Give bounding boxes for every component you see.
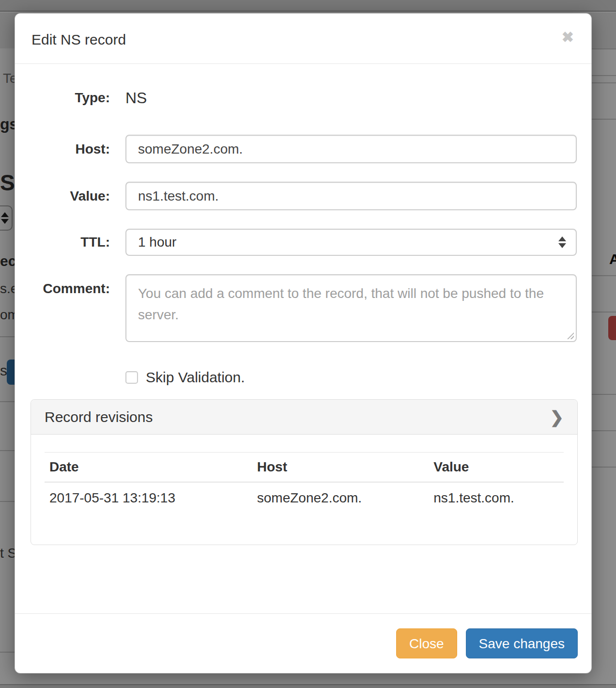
ttl-select[interactable]: 1 hour xyxy=(125,229,577,256)
save-changes-button[interactable]: Save changes xyxy=(466,628,578,658)
select-arrows-icon xyxy=(558,236,566,248)
value-row: Value: xyxy=(30,182,577,210)
host-row: Host: xyxy=(30,135,577,163)
comment-label: Comment: xyxy=(30,274,110,297)
comment-textarea[interactable] xyxy=(125,274,577,342)
skip-validation-row: Skip Validation. xyxy=(125,369,577,386)
value-label: Value: xyxy=(30,188,110,204)
skip-validation-checkbox[interactable] xyxy=(125,371,138,384)
table-header-row: Date Host Value xyxy=(45,453,564,483)
edit-ns-record-modal: Edit NS record ✖ Type: NS Host: Value: T… xyxy=(15,13,592,673)
modal-footer: Close Save changes xyxy=(15,613,591,673)
record-revisions-header[interactable]: Record revisions ❯ xyxy=(31,400,577,435)
revisions-table: Date Host Value 2017-05-31 13:19:13 some… xyxy=(45,452,564,514)
record-revisions-panel: Record revisions ❯ Date Host Value 2017-… xyxy=(31,399,578,545)
record-revisions-body: Date Host Value 2017-05-31 13:19:13 some… xyxy=(31,435,577,514)
column-header-host: Host xyxy=(252,453,429,483)
type-label: Type: xyxy=(30,90,110,106)
chevron-right-icon[interactable]: ❯ xyxy=(550,409,564,425)
modal-body: Type: NS Host: Value: TTL: 1 hour xyxy=(15,64,591,613)
host-label: Host: xyxy=(30,141,110,157)
column-header-value: Value xyxy=(429,453,564,483)
type-row: Type: NS xyxy=(30,87,577,109)
close-footer-button[interactable]: Close xyxy=(396,628,457,658)
close-button[interactable]: ✖ xyxy=(559,27,577,47)
revision-host-cell: someZone2.com. xyxy=(252,482,429,514)
table-row: 2017-05-31 13:19:13 someZone2.com. ns1.t… xyxy=(45,482,564,514)
modal-title: Edit NS record xyxy=(31,30,575,49)
skip-validation-label: Skip Validation. xyxy=(146,369,245,386)
revision-date-cell: 2017-05-31 13:19:13 xyxy=(45,482,252,514)
revision-value-cell: ns1.test.com. xyxy=(429,482,564,514)
column-header-date: Date xyxy=(45,453,252,483)
comment-row: Comment: xyxy=(30,274,577,344)
type-value: NS xyxy=(125,89,147,107)
record-revisions-title: Record revisions xyxy=(45,409,153,425)
value-input[interactable] xyxy=(125,182,577,210)
host-input[interactable] xyxy=(125,135,577,163)
ttl-label: TTL: xyxy=(30,235,110,250)
ttl-selected-value: 1 hour xyxy=(138,235,176,250)
ttl-row: TTL: 1 hour xyxy=(30,229,577,256)
modal-header: Edit NS record ✖ xyxy=(15,14,591,64)
close-icon: ✖ xyxy=(562,29,574,45)
